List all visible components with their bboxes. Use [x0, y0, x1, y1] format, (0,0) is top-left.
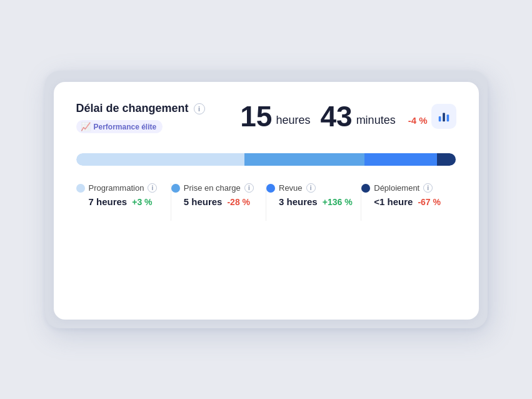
progress-segment-prise-en-charge: [244, 153, 364, 166]
metric-programmation-values: 7 heures +3 %: [76, 196, 171, 207]
progress-section: [76, 153, 456, 166]
metric-programmation-label-row: Programmation i: [76, 183, 171, 193]
metric-programmation-info[interactable]: i: [148, 183, 157, 193]
metric-deploiement: Déploiement i <1 heure -67 %: [361, 183, 456, 207]
main-card: Délai de changement i 📈 Performance élit…: [54, 82, 479, 320]
svg-rect-0: [438, 116, 441, 121]
metric-programmation-time: 7 heures: [89, 196, 128, 207]
metric-programmation: Programmation i 7 heures +3 %: [76, 183, 171, 207]
metric-deploiement-time: <1 heure: [374, 196, 413, 207]
metric-prise-values: 5 heures -28 %: [171, 196, 266, 207]
stat-hours-unit: heures: [276, 114, 310, 131]
metric-programmation-pct: +3 %: [132, 197, 152, 207]
progress-segment-deploiement: [437, 153, 456, 166]
metric-prise-time: 5 heures: [184, 196, 223, 207]
svg-rect-2: [446, 114, 449, 121]
progress-segment-programmation: [76, 153, 244, 166]
metric-revue-values: 3 heures +136 %: [266, 196, 361, 207]
badge-label: Performance élite: [94, 123, 157, 131]
metric-revue-label: Revue: [279, 183, 303, 193]
header-row: Délai de changement i 📈 Performance élit…: [76, 102, 456, 133]
stat-minutes-value: 43: [320, 102, 352, 131]
metric-prise-label-row: Prise en charge i: [171, 183, 266, 193]
badge-icon: 📈: [81, 122, 91, 131]
legend-dot-deploiement: [361, 184, 370, 193]
card-shadow: Délai de changement i 📈 Performance élit…: [45, 71, 488, 328]
metric-revue-pct: +136 %: [323, 197, 353, 207]
metric-prise-info[interactable]: i: [244, 183, 254, 193]
metric-revue-label-row: Revue i: [266, 183, 361, 193]
progress-segment-revue: [364, 153, 436, 166]
stat-change: -4 %: [408, 115, 428, 131]
metric-prise-pct: -28 %: [227, 197, 250, 207]
title-section: Délai de changement i 📈 Performance élit…: [76, 102, 205, 133]
stat-hours-value: 15: [240, 102, 272, 131]
chart-button[interactable]: [431, 104, 456, 129]
svg-rect-1: [443, 113, 445, 122]
title-info-icon[interactable]: i: [194, 103, 205, 114]
stats-section: 15 heures 43 minutes -4 %: [240, 102, 456, 131]
legend-dot-prise: [171, 184, 180, 193]
metric-prise-en-charge: Prise en charge i 5 heures -28 %: [171, 183, 266, 207]
legend-dot-programmation: [76, 184, 85, 193]
title-line: Délai de changement i: [76, 102, 205, 115]
stat-minutes-unit: minutes: [356, 114, 396, 131]
metric-deploiement-pct: -67 %: [418, 197, 441, 207]
performance-badge: 📈 Performance élite: [76, 120, 163, 133]
legend-dot-revue: [266, 184, 275, 193]
metric-revue-info[interactable]: i: [306, 183, 316, 193]
metric-deploiement-label-row: Déploiement i: [361, 183, 456, 193]
card-title: Délai de changement: [76, 102, 189, 115]
metric-deploiement-info[interactable]: i: [423, 183, 433, 193]
metric-revue: Revue i 3 heures +136 %: [266, 183, 361, 207]
metric-programmation-label: Programmation: [89, 183, 144, 193]
metric-deploiement-values: <1 heure -67 %: [361, 196, 456, 207]
metrics-row: Programmation i 7 heures +3 % Prise en c…: [76, 183, 456, 221]
metric-revue-time: 3 heures: [279, 196, 318, 207]
metric-deploiement-label: Déploiement: [374, 183, 419, 193]
bar-chart-icon: [437, 109, 451, 123]
metric-prise-label: Prise en charge: [184, 183, 241, 193]
progress-bar: [76, 153, 456, 166]
